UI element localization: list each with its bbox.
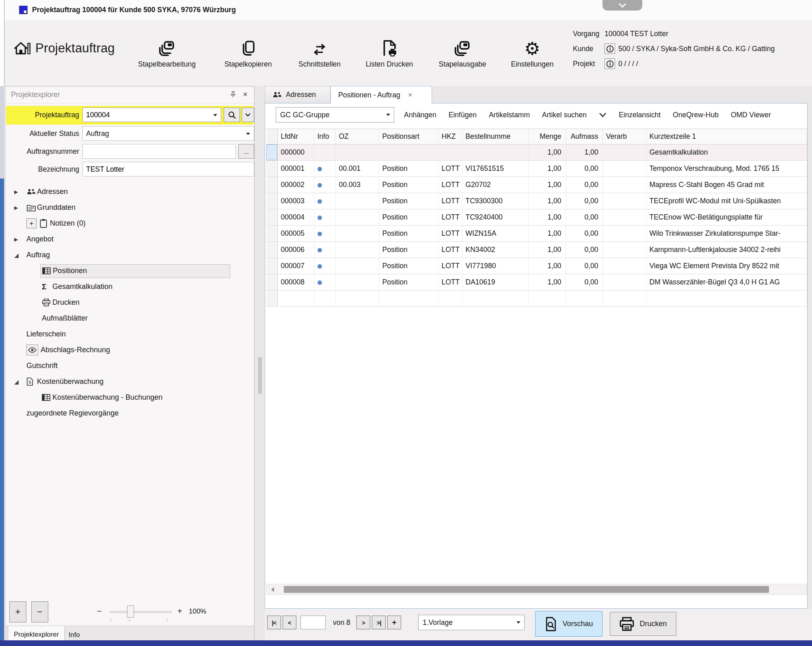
table-row[interactable]: 000005PositionLOTTWIZN15A1,000,00Wilo Tr… (266, 226, 807, 242)
cell-menge[interactable]: 1,00 (528, 258, 566, 274)
tree-item-kostenüberwachung[interactable]: ◢$Kostenüberwachung (5, 374, 254, 390)
cell-positionsart[interactable]: Position (379, 209, 438, 226)
menu-artikel-suchen[interactable]: Artikel suchen (542, 111, 587, 119)
menu-oneqrew-hub[interactable]: OneQrew-Hub (673, 111, 719, 119)
tree-item-abschlags-rechnung[interactable]: Abschlags-Rechnung (5, 342, 254, 358)
column-header-positionsart[interactable]: Positionsart (379, 129, 438, 144)
cell-info[interactable] (314, 177, 335, 193)
cell-bestellnummer[interactable] (462, 291, 528, 307)
drucken-button[interactable]: Drucken (610, 612, 676, 636)
cell-info[interactable] (314, 209, 335, 226)
next-record-button[interactable]: > (356, 616, 370, 629)
cell-hkz[interactable] (438, 144, 462, 161)
cell-lfdnr[interactable]: 000005 (277, 226, 314, 242)
cell-positionsart[interactable]: Position (379, 242, 438, 258)
tree-item-gesamtkalkulation[interactable]: ΣGesamtkalkulation (5, 279, 254, 295)
row-selector[interactable] (266, 161, 277, 177)
cell-lfdnr[interactable]: 000002 (277, 177, 314, 193)
scrollbar-thumb[interactable] (284, 586, 769, 593)
projektauftrag-input[interactable] (82, 108, 221, 122)
row-selector[interactable] (266, 258, 277, 274)
status-select[interactable]: Auftrag (82, 126, 254, 141)
cell-lfdnr[interactable] (277, 291, 314, 307)
cell-verarb[interactable] (603, 242, 646, 258)
table-row[interactable]: 000004PositionLOTTTC92404001,000,00TECEn… (266, 209, 807, 226)
auftragsnummer-input[interactable] (82, 144, 236, 159)
cell-aufmass[interactable]: 0,00 (566, 242, 603, 258)
last-record-button[interactable]: >| (372, 616, 386, 629)
cell-info[interactable] (314, 161, 335, 177)
cell-aufmass[interactable]: 0,00 (566, 226, 603, 242)
tree-item-grunddaten[interactable]: ▶Grunddaten (5, 200, 254, 215)
template-select[interactable]: 1.Vorlage (418, 615, 525, 630)
cell-info[interactable] (314, 291, 335, 307)
table-row[interactable]: 000006PositionLOTTKN340021,000,00Kampman… (266, 242, 807, 258)
column-header-bestellnumme[interactable]: Bestellnumme (462, 129, 528, 144)
cell-info[interactable] (314, 226, 335, 242)
cell-kurztext[interactable]: TECEnow WC-Betätigungsplatte für (646, 209, 807, 226)
cell-kurztext[interactable]: Viega WC Element Prevista Dry 8522 mit (646, 258, 807, 274)
info-icon[interactable] (605, 58, 615, 69)
tree-item-positionen[interactable]: Positionen (5, 263, 254, 279)
cell-bestellnummer[interactable]: TC9240400 (462, 209, 528, 226)
cell-bestellnummer[interactable]: G20702 (462, 177, 528, 193)
stapelausgabe-button[interactable]: Stapelausgabe (427, 31, 498, 79)
row-selector[interactable] (266, 177, 277, 193)
row-selector[interactable] (266, 274, 277, 291)
cell-aufmass[interactable]: 0,00 (566, 258, 603, 274)
cell-info[interactable] (314, 274, 335, 291)
expander-icon[interactable]: ▶ (14, 205, 25, 211)
cell-oz[interactable] (335, 144, 379, 161)
cell-verarb[interactable] (603, 291, 646, 307)
chevron-down-icon[interactable] (599, 112, 607, 117)
cell-menge[interactable]: 1,00 (528, 161, 566, 177)
cell-menge[interactable]: 1,00 (528, 274, 566, 291)
tab-positionen-auftrag[interactable]: Positionen - Auftrag × (330, 86, 432, 103)
cell-aufmass[interactable]: 0,00 (566, 161, 603, 177)
cell-aufmass[interactable]: 0,00 (566, 274, 603, 291)
tree-item-adressen[interactable]: ▶Adressen (5, 184, 254, 200)
tree-item-aufmaßblätter[interactable]: Aufmaßblätter (5, 310, 254, 326)
listen-drucken-button[interactable]: Listen Drucken (354, 31, 425, 79)
menu-anhaengen[interactable]: Anhängen (404, 111, 436, 119)
tree-item-gutschrift[interactable]: Gutschrift (5, 358, 254, 374)
add-note-button[interactable]: + (26, 218, 37, 228)
cell-positionsart[interactable] (379, 291, 438, 307)
cell-menge[interactable]: 1,00 (528, 177, 566, 193)
cell-aufmass[interactable] (566, 291, 603, 307)
row-selector[interactable] (266, 144, 277, 161)
cell-kurztext[interactable]: DM Wasserzähler-Bügel Q3 4,0 H G1 AG (646, 274, 807, 291)
cell-positionsart[interactable]: Position (379, 258, 438, 274)
expander-icon[interactable]: ◢ (14, 379, 25, 385)
zoom-in-label[interactable]: + (177, 607, 182, 616)
column-header-aufmass[interactable]: Aufmass (566, 129, 603, 144)
tree-item-lieferschein[interactable]: Lieferschein (5, 326, 254, 342)
info-icon[interactable] (605, 43, 615, 54)
add-node-button[interactable]: + (9, 601, 26, 622)
table-row[interactable]: 00000100.001PositionLOTTVI176515151,000,… (266, 161, 807, 177)
add-record-button[interactable]: + (387, 616, 401, 629)
cell-kurztext[interactable]: Kampmann-Luftlenkjalousie 34002 2-reihi (646, 242, 807, 258)
chevron-down-icon[interactable] (213, 114, 217, 116)
cell-hkz[interactable] (438, 291, 462, 307)
cell-info[interactable] (314, 144, 335, 161)
tree-item-auftrag[interactable]: ◢Auftrag (5, 247, 254, 263)
menu-omd-viewer[interactable]: OMD Viewer (731, 111, 771, 119)
table-row[interactable]: 00000200.003PositionLOTTG207021,000,00Ma… (266, 177, 807, 193)
cell-hkz[interactable]: LOTT (438, 226, 462, 242)
search-options-button[interactable] (242, 108, 254, 122)
cell-verarb[interactable] (603, 209, 646, 226)
cell-positionsart[interactable]: Position (379, 226, 438, 242)
collapse-chevron-button[interactable] (603, 0, 642, 11)
cell-verarb[interactable] (603, 258, 646, 274)
cell-kurztext[interactable]: Mapress C-Stahl Bogen 45 Grad mit (646, 177, 807, 193)
horizontal-scrollbar[interactable] (266, 584, 807, 595)
row-selector[interactable] (266, 242, 277, 258)
cell-bestellnummer[interactable] (462, 144, 528, 161)
cell-oz[interactable] (335, 291, 379, 307)
expander-icon[interactable]: ◢ (14, 252, 25, 258)
record-number-input[interactable] (300, 616, 326, 629)
previous-record-button[interactable]: < (283, 616, 296, 629)
schnittstellen-button[interactable]: Schnittstellen (284, 31, 355, 79)
cell-menge[interactable]: 1,00 (528, 193, 566, 209)
